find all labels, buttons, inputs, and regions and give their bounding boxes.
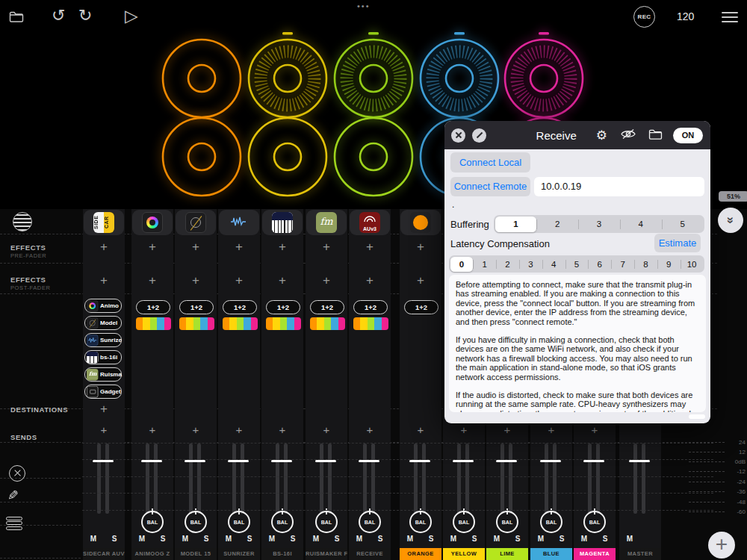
channel-name-label[interactable]: RUISMAKER F xyxy=(306,548,347,560)
aum-logo-icon[interactable] xyxy=(13,212,32,231)
fader-handle[interactable] xyxy=(359,460,379,462)
channel-list-icon[interactable] xyxy=(6,515,22,530)
mute-button[interactable]: M xyxy=(446,535,461,543)
destination-item[interactable]: Animo xyxy=(84,299,122,313)
solo-button[interactable]: S xyxy=(554,535,569,543)
segment-option-2[interactable]: 2 xyxy=(496,257,519,272)
segment-option-2[interactable]: 2 xyxy=(536,217,578,232)
send-bus-strip[interactable] xyxy=(310,317,345,330)
output-routing-button[interactable]: 1+2 xyxy=(353,300,388,314)
send-bus-segment[interactable] xyxy=(200,317,207,330)
segment-option-0[interactable]: 0 xyxy=(450,257,474,272)
add-postfader-effect-button[interactable]: + xyxy=(306,273,347,288)
channel-app-icon-tile[interactable] xyxy=(176,210,216,235)
send-bus-segment[interactable] xyxy=(179,317,186,330)
send-bus-segment[interactable] xyxy=(150,317,157,330)
channel-app-icon-tile[interactable] xyxy=(262,210,303,235)
solo-button[interactable]: S xyxy=(373,535,388,543)
gear-icon[interactable]: ⚙ xyxy=(596,129,607,142)
channel-app-icon-tile[interactable]: SIDECAR xyxy=(84,210,124,235)
add-channel-button[interactable]: + xyxy=(708,532,735,559)
send-bus-segment[interactable] xyxy=(294,317,301,330)
balance-knob[interactable]: BAL xyxy=(228,511,250,533)
segment-option-10[interactable]: 10 xyxy=(681,257,704,272)
add-send-button[interactable]: + xyxy=(261,423,303,436)
undo-icon[interactable]: ↺ xyxy=(52,6,65,25)
tempo-value[interactable]: 120 xyxy=(677,10,694,22)
send-bus-segment[interactable] xyxy=(331,317,338,330)
send-bus-strip[interactable] xyxy=(266,317,301,330)
mute-button[interactable]: M xyxy=(221,535,236,543)
solo-button[interactable]: S xyxy=(424,535,438,543)
solo-button[interactable]: S xyxy=(155,535,170,543)
connect-local-button[interactable]: Connect Local xyxy=(450,152,530,172)
visualizer-ring[interactable] xyxy=(325,108,422,205)
balance-knob[interactable]: BAL xyxy=(496,511,518,533)
solo-button[interactable]: S xyxy=(329,535,344,543)
balance-knob[interactable]: BAL xyxy=(315,511,338,533)
volume-fader[interactable] xyxy=(496,444,518,514)
solo-button[interactable]: S xyxy=(510,535,525,543)
segment-option-6[interactable]: 6 xyxy=(588,257,611,272)
send-bus-segment[interactable] xyxy=(338,317,345,330)
add-postfader-effect-button[interactable]: + xyxy=(349,273,391,288)
channel-name-label[interactable]: LIME xyxy=(486,548,528,560)
send-bus-segment[interactable] xyxy=(273,317,279,330)
add-send-button[interactable]: + xyxy=(218,423,260,436)
send-bus-segment[interactable] xyxy=(208,317,214,330)
send-bus-strip[interactable] xyxy=(179,317,214,330)
channel-name-label[interactable]: MODEL 15 xyxy=(175,548,217,560)
fader-handle[interactable] xyxy=(583,460,604,462)
channel-name-label[interactable]: MAGENTA xyxy=(574,548,616,560)
connect-remote-button[interactable]: Connect Remote xyxy=(450,177,530,196)
send-bus-segment[interactable] xyxy=(310,317,317,330)
add-send-button[interactable]: + xyxy=(486,423,528,436)
mute-button[interactable]: M xyxy=(86,535,101,543)
balance-knob[interactable]: BAL xyxy=(141,511,164,533)
channel-name-label[interactable]: BLUE xyxy=(530,548,572,560)
segment-option-9[interactable]: 9 xyxy=(657,257,681,272)
send-bus-segment[interactable] xyxy=(136,317,143,330)
add-send-button[interactable]: + xyxy=(349,423,391,436)
segment-option-5[interactable]: 5 xyxy=(662,217,704,232)
fader-handle[interactable] xyxy=(315,460,336,462)
send-bus-segment[interactable] xyxy=(229,317,236,330)
segment-option-4[interactable]: 4 xyxy=(620,217,662,232)
balance-knob[interactable]: BAL xyxy=(540,511,562,533)
visualizer-ring[interactable] xyxy=(153,108,250,205)
send-bus-segment[interactable] xyxy=(223,317,229,330)
send-bus-segment[interactable] xyxy=(186,317,193,330)
fader-handle[interactable] xyxy=(409,460,430,462)
volume-fader[interactable] xyxy=(540,444,562,514)
destination-item[interactable]: bs-16i xyxy=(84,350,122,364)
add-prefader-effect-button[interactable]: + xyxy=(218,240,260,255)
channel-name-label[interactable]: SIDECAR AUV3 xyxy=(83,548,125,560)
send-bus-segment[interactable] xyxy=(164,317,171,330)
mute-button[interactable]: M xyxy=(489,535,504,543)
send-bus-segment[interactable] xyxy=(193,317,200,330)
send-bus-segment[interactable] xyxy=(382,317,388,330)
send-bus-segment[interactable] xyxy=(317,317,323,330)
mute-button[interactable]: M xyxy=(403,535,418,543)
channel-name-label[interactable]: RECEIVE xyxy=(349,548,391,560)
volume-fader[interactable] xyxy=(315,444,338,514)
send-bus-segment[interactable] xyxy=(353,317,360,330)
file-browser-icon[interactable] xyxy=(9,10,24,22)
channel-app-icon-tile[interactable] xyxy=(219,210,259,235)
send-bus-segment[interactable] xyxy=(143,317,149,330)
visualizer-ring[interactable] xyxy=(239,108,336,205)
add-postfader-effect-button[interactable]: + xyxy=(218,273,260,288)
record-button[interactable]: REC xyxy=(633,6,655,28)
send-bus-segment[interactable] xyxy=(251,317,258,330)
balance-knob[interactable]: BAL xyxy=(409,511,432,533)
volume-fader[interactable] xyxy=(141,444,164,514)
latency-segmented-control[interactable]: 012345678910 xyxy=(449,255,704,273)
session-menu-dots[interactable]: ••• xyxy=(357,1,371,10)
add-send-button[interactable]: + xyxy=(175,423,217,436)
volume-fader[interactable] xyxy=(359,444,381,514)
send-bus-segment[interactable] xyxy=(237,317,244,330)
output-routing-button[interactable]: 1+2 xyxy=(223,300,257,314)
channel-name-label[interactable]: SUNRIZER xyxy=(218,548,260,560)
redo-icon[interactable]: ↻ xyxy=(78,6,92,25)
channel-app-icon-tile[interactable]: AUv3 xyxy=(350,210,390,235)
